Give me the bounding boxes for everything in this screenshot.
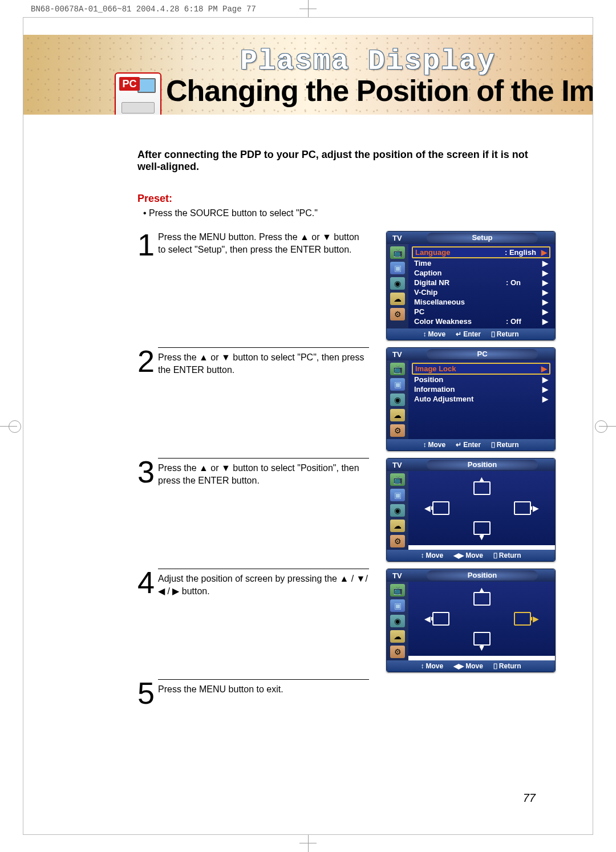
step-number: 4 xyxy=(137,569,155,597)
setup-tab-icon: ⚙ xyxy=(390,646,405,658)
header-band: Plasma Display Changing the Position of … xyxy=(23,35,593,115)
step-row: 4 Adjust the position of screen by press… xyxy=(137,569,547,672)
step-number: 5 xyxy=(137,679,155,707)
picture-tab-icon: ▣ xyxy=(390,599,405,612)
screen-left-icon xyxy=(432,612,449,626)
osd-footer: ↕Move ◀▶Move ⌷Return xyxy=(387,660,555,672)
pc-badge: PC xyxy=(119,77,140,91)
preset-text: • Press the SOURCE button to select "PC.… xyxy=(143,208,547,218)
screen-down-icon xyxy=(473,632,491,646)
preset-label: Preset: xyxy=(137,193,547,205)
input-tab-icon: 📺 xyxy=(390,473,405,486)
osd-title: Setup xyxy=(427,233,538,243)
input-tab-icon: 📺 xyxy=(390,363,405,375)
step-number: 1 xyxy=(137,231,155,259)
step-text: Adjust the position of screen by pressin… xyxy=(158,569,369,597)
position-control: ▲ ▼ ◀ ▶ xyxy=(408,582,555,656)
setup-tab-icon: ⚙ xyxy=(390,535,405,547)
sound-tab-icon: ◉ xyxy=(390,277,405,290)
osd-position-screenshot: TV Position 📺 ▣ ◉ ☁ ⚙ xyxy=(386,458,556,562)
osd-position-screenshot-selected: TV Position 📺 ▣ ◉ ☁ ⚙ xyxy=(386,569,556,672)
page-frame: Plasma Display Changing the Position of … xyxy=(23,17,593,835)
enter-icon: ↵ xyxy=(456,330,461,338)
enter-icon: ↵ xyxy=(456,441,461,449)
osd-sidebar: 📺 ▣ ◉ ☁ ⚙ xyxy=(387,471,408,550)
leftright-icon: ◀▶ xyxy=(453,551,464,559)
menu-item-image-lock: Image Lock▶ xyxy=(412,363,550,375)
picture-tab-icon: ▣ xyxy=(390,489,405,501)
menu-item-caption: Caption▶ xyxy=(412,268,550,278)
step-number: 3 xyxy=(137,458,155,486)
step-text: Press the ▲ or ▼ button to select "Posit… xyxy=(158,458,369,486)
crop-mark-icon xyxy=(0,426,17,427)
menu-item-pc: PC▶ xyxy=(412,307,550,317)
screen-up-icon xyxy=(473,592,491,606)
osd-title: Position xyxy=(427,570,538,581)
updown-icon: ↕ xyxy=(423,330,426,338)
osd-title: PC xyxy=(427,349,538,359)
step-text: Press the MENU button to exit. xyxy=(158,679,369,696)
osd-tv-label: TV xyxy=(392,461,415,469)
channel-tab-icon: ☁ xyxy=(390,293,405,305)
channel-tab-icon: ☁ xyxy=(390,630,405,643)
channel-tab-icon: ☁ xyxy=(390,409,405,421)
leftright-icon: ◀▶ xyxy=(453,662,464,670)
menu-item-misc: Miscellaneous▶ xyxy=(412,297,550,307)
crop-mark-icon xyxy=(308,0,309,17)
channel-tab-icon: ☁ xyxy=(390,520,405,532)
osd-sidebar: 📺 ▣ ◉ ☁ ⚙ xyxy=(387,582,408,660)
menu-item-color-weakness: Color Weakness: Off▶ xyxy=(412,317,550,326)
brand-title: Plasma Display xyxy=(240,45,496,78)
osd-menu-list: Language: English▶ Time▶ Caption▶ Digita… xyxy=(408,244,555,328)
menu-item-position: Position▶ xyxy=(412,375,550,384)
step-row: 1 Press the MENU button. Press the ▲ or … xyxy=(137,231,547,340)
osd-sidebar: 📺 ▣ ◉ ☁ ⚙ xyxy=(387,244,408,328)
intro-text: After connecting the PDP to your PC, adj… xyxy=(137,149,547,173)
updown-icon: ↕ xyxy=(420,551,424,559)
updown-icon: ↕ xyxy=(420,662,424,670)
return-icon: ⌷ xyxy=(493,662,497,670)
setup-tab-icon: ⚙ xyxy=(390,424,405,437)
menu-item-vchip: V-Chip▶ xyxy=(412,287,550,297)
menu-item-auto-adjust: Auto Adjustment▶ xyxy=(412,394,550,404)
menu-item-digital-nr: Digital NR: On▶ xyxy=(412,278,550,287)
print-header: BN68-00678A-01_066~81 2004.4.28 6:18 PM … xyxy=(31,5,256,14)
step-row: 2 Press the ▲ or ▼ button to select "PC"… xyxy=(137,347,547,451)
osd-tv-label: TV xyxy=(392,234,415,242)
input-tab-icon: 📺 xyxy=(390,246,405,259)
osd-title: Position xyxy=(427,460,538,470)
screen-left-icon xyxy=(432,501,449,515)
step-number: 2 xyxy=(137,347,155,375)
step-text: Press the ▲ or ▼ button to select "PC", … xyxy=(158,347,369,376)
menu-item-time: Time▶ xyxy=(412,258,550,268)
arrow-right-icon: ▶ xyxy=(533,504,539,513)
osd-tv-label: TV xyxy=(392,350,415,359)
page-number: 77 xyxy=(523,792,536,805)
osd-menu-list: Image Lock▶ Position▶ Information▶ Auto … xyxy=(408,360,555,439)
sound-tab-icon: ◉ xyxy=(390,393,405,406)
osd-setup-screenshot: TV Setup 📺 ▣ ◉ ☁ ⚙ xyxy=(386,231,556,340)
step-row: 3 Press the ▲ or ▼ button to select "Pos… xyxy=(137,458,547,562)
step-row: 5 Press the MENU button to exit. xyxy=(137,679,547,713)
menu-item-language: Language: English▶ xyxy=(412,246,550,258)
screen-down-icon xyxy=(473,521,491,535)
sound-tab-icon: ◉ xyxy=(390,504,405,517)
osd-tv-label: TV xyxy=(392,571,415,580)
pc-icon: PC xyxy=(115,72,161,115)
position-control: ▲ ▼ ◀ ▶ xyxy=(408,471,555,545)
arrow-right-icon: ▶ xyxy=(533,614,539,623)
screen-right-icon xyxy=(514,501,531,515)
arrow-left-icon: ◀ xyxy=(424,614,431,623)
input-tab-icon: 📺 xyxy=(390,584,405,597)
return-icon: ⌷ xyxy=(491,441,495,449)
osd-footer: ↕Move ↵Enter ⌷Return xyxy=(387,439,555,451)
return-icon: ⌷ xyxy=(493,551,497,559)
manual-page: BN68-00678A-01_066~81 2004.4.28 6:18 PM … xyxy=(0,0,616,852)
setup-tab-icon: ⚙ xyxy=(390,308,405,320)
screen-right-selected-icon xyxy=(514,612,531,626)
menu-item-information: Information▶ xyxy=(412,384,550,394)
updown-icon: ↕ xyxy=(423,441,426,449)
step-text: Press the MENU button. Press the ▲ or ▼ … xyxy=(158,231,369,255)
sound-tab-icon: ◉ xyxy=(390,615,405,627)
return-icon: ⌷ xyxy=(491,330,495,338)
